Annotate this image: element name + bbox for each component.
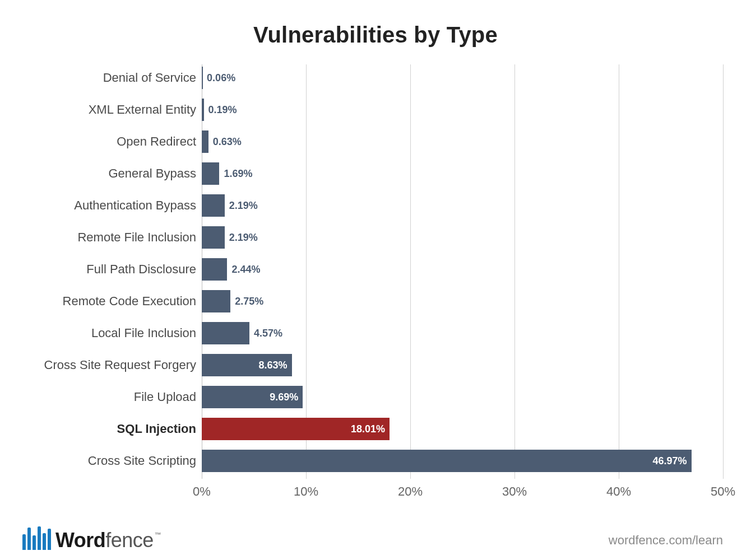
trademark-icon: ™: [155, 531, 161, 539]
gridline: [410, 64, 411, 479]
value-label: 46.97%: [202, 450, 692, 472]
bar: [202, 194, 225, 217]
chart-title: Vulnerabilities by Type: [28, 22, 723, 48]
value-label: 9.69%: [202, 386, 303, 408]
value-label: 1.69%: [219, 162, 252, 185]
chart-footer: Wordfence™ wordfence.com/learn: [22, 519, 723, 550]
value-label: 0.19%: [204, 99, 237, 121]
x-tick-label: 10%: [294, 484, 318, 499]
category-label: SQL Injection: [117, 422, 196, 436]
x-tick-label: 0%: [193, 484, 211, 499]
fence-icon: [22, 525, 51, 550]
category-label: General Bypass: [108, 166, 196, 181]
gridline: [723, 64, 724, 479]
category-label: Cross Site Request Forgery: [44, 358, 196, 372]
category-label: Remote Code Execution: [63, 294, 196, 309]
value-label: 18.01%: [202, 418, 390, 440]
x-tick-label: 50%: [711, 484, 735, 499]
category-label: Full Path Disclosure: [86, 262, 196, 277]
chart-grid: 0%10%20%30%40%50%0.06%0.19%0.63%1.69%2.1…: [202, 64, 723, 479]
logo-text: Wordfence™: [55, 530, 161, 550]
logo-word: Word: [55, 529, 105, 552]
bar: [202, 290, 230, 312]
bar: [202, 130, 208, 153]
category-label: Cross Site Scripting: [88, 454, 196, 468]
value-label: 0.63%: [208, 130, 242, 153]
value-label: 0.06%: [202, 67, 235, 89]
logo-fence: fence: [105, 529, 154, 552]
source-link: wordfence.com/learn: [609, 533, 723, 548]
value-label: 2.19%: [225, 194, 258, 217]
value-label: 8.63%: [202, 354, 292, 376]
value-label: 4.57%: [249, 322, 282, 344]
bar: [202, 162, 219, 185]
bar: [202, 226, 225, 249]
category-label: Authentication Bypass: [74, 198, 196, 213]
category-label: Open Redirect: [117, 134, 196, 149]
category-label: File Upload: [134, 390, 196, 404]
category-label: Local File Inclusion: [91, 326, 196, 340]
value-label: 2.44%: [227, 258, 260, 281]
value-label: 2.19%: [225, 226, 258, 249]
category-label: Remote File Inclusion: [77, 230, 196, 245]
bar: [202, 322, 249, 344]
plot-area: Denial of ServiceXML External EntityOpen…: [28, 64, 723, 501]
x-tick-label: 40%: [606, 484, 631, 499]
category-label: Denial of Service: [103, 71, 196, 85]
wordfence-logo: Wordfence™: [22, 525, 161, 550]
gridline: [619, 64, 619, 479]
x-tick-label: 30%: [502, 484, 527, 499]
y-axis-labels: Denial of ServiceXML External EntityOpen…: [28, 64, 196, 501]
bar: [202, 258, 227, 281]
gridline: [306, 64, 307, 479]
value-label: 2.75%: [230, 290, 263, 312]
category-label: XML External Entity: [89, 102, 196, 117]
gridline: [514, 64, 515, 479]
x-tick-label: 20%: [398, 484, 423, 499]
